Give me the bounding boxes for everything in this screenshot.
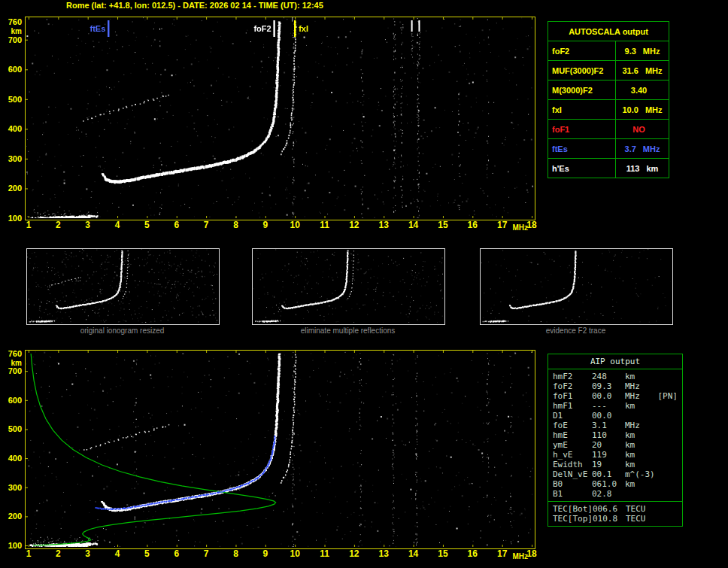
aip-param-unit: km: [625, 450, 678, 460]
aip-param-unit: [625, 411, 678, 421]
aip-row: B0061.0km: [553, 479, 679, 489]
aip-param-value: 20: [592, 440, 625, 450]
aip-param-value: 006.6: [593, 504, 626, 514]
param-value: 113: [626, 164, 640, 173]
x-axis-tick-label: 17: [497, 549, 507, 558]
x-axis-unit-label: MHz: [512, 552, 528, 561]
thumbnail-caption-1: original ionogram resized: [26, 327, 219, 335]
x-axis-tick-label: 1: [26, 549, 32, 558]
aip-param-label: foF1: [553, 391, 592, 401]
aip-param-note: [678, 440, 679, 450]
param-unit: MHz: [645, 66, 663, 75]
table-row: MUF(3000)F231.6MHz: [548, 61, 669, 80]
param-value-cell: 113km: [616, 159, 669, 178]
x-axis-tick-label: 6: [174, 549, 179, 558]
aip-param-value: 02.8: [592, 489, 625, 499]
y-axis-tick-label: 500: [2, 424, 22, 433]
aip-param-label: TEC[Bot]: [553, 504, 593, 514]
y-axis-tick-label: 200: [2, 184, 22, 193]
aip-param-unit: km: [625, 440, 678, 450]
aip-param-value: 19: [592, 460, 625, 469]
table-row: fxI10.0MHz: [548, 100, 669, 120]
autoscala-table-title: AUTOSCALA output: [548, 22, 669, 41]
aip-param-label: hmF1: [553, 401, 592, 411]
y-axis-tick-label: 200: [2, 512, 22, 521]
x-axis-tick-label: 14: [408, 549, 418, 558]
param-value-cell: NO: [616, 120, 669, 139]
x-axis-tick-label: 6: [174, 220, 179, 229]
aip-param-unit: km: [625, 372, 678, 381]
aip-param-note: [678, 450, 679, 460]
aip-row: ymE20km: [553, 440, 679, 450]
aip-param-value: 00.0: [592, 391, 625, 401]
param-label-cell: foF2: [548, 41, 616, 61]
param-value: 3.7: [625, 144, 636, 153]
thumbnail-2: [252, 248, 445, 325]
y-axis-tick-label: 100: [2, 214, 22, 223]
aip-param-note: [678, 430, 679, 440]
y-axis-tick-label: 760: [2, 17, 22, 26]
aip-param-label: hmE: [553, 430, 592, 440]
thumbnail-1: [26, 248, 220, 325]
aip-param-unit: MHz: [625, 421, 678, 430]
aip-param-note: [PN]: [658, 391, 680, 401]
aip-output-table: AIP outputhmF2248kmfoF209.3MHzfoF100.0MH…: [548, 354, 683, 527]
aip-param-unit: MHz: [625, 391, 658, 401]
y-axis-unit-label: km: [2, 27, 22, 36]
aip-row: foE3.1MHz: [553, 421, 679, 430]
thumbnail-canvas-3: [481, 249, 671, 323]
param-value: 31.6: [622, 66, 638, 75]
aip-param-label: D1: [553, 411, 592, 421]
thumbnail-caption-3: evidence F2 trace: [479, 327, 672, 335]
aip-param-note: [678, 460, 679, 469]
autoscala-table-grid: AUTOSCALA outputfoF29.3MHzMUF(3000)F231.…: [548, 21, 669, 178]
table-row: h'Es113km: [548, 159, 669, 178]
y-axis-tick-label: 600: [2, 396, 22, 405]
table-header-row: AUTOSCALA output: [548, 22, 669, 41]
aip-param-value: 119: [592, 450, 625, 460]
x-axis-tick-label: 11: [320, 549, 329, 558]
aip-row: foF100.0MHz[PN]: [553, 391, 679, 401]
param-unit: MHz: [645, 105, 663, 114]
x-axis-tick-label: 2: [56, 549, 61, 558]
aip-row: hmF1---km: [553, 401, 679, 411]
x-axis-tick-label: 5: [144, 549, 150, 558]
thumbnail-3: [480, 248, 673, 325]
aip-row: B102.8: [553, 489, 679, 499]
aip-param-label: Ewidth: [553, 460, 592, 469]
aip-param-note: [678, 479, 679, 489]
table-row: M(3000)F23.40: [548, 80, 669, 100]
aip-row: foF209.3MHz: [553, 381, 679, 391]
x-axis-tick-label: 4: [115, 549, 120, 558]
param-value: NO: [632, 125, 645, 134]
x-axis-tick-label: 13: [379, 549, 389, 558]
ionogram-canvas: [26, 17, 533, 218]
x-axis-tick-label: 10: [290, 220, 299, 229]
aip-param-value: 010.8: [593, 514, 626, 524]
aip-param-value: ---: [592, 401, 625, 411]
thumbnail-canvas-1: [27, 249, 217, 323]
aip-param-unit: TECU: [626, 514, 679, 524]
aip-param-unit: m^(-3): [625, 469, 678, 479]
table-row: foF1NO: [548, 120, 669, 139]
aip-param-note: [678, 381, 679, 391]
aip-param-unit: TECU: [626, 504, 679, 514]
aip-param-label: h_vE: [553, 450, 592, 460]
y-axis-tick-label: 700: [2, 35, 22, 44]
table-row: ftEs3.7MHz: [548, 139, 669, 159]
aip-param-unit: km: [625, 430, 678, 440]
aip-tec-section: TEC[Bot]006.6TECUTEC[Top]010.8TECU: [548, 501, 682, 524]
param-value: 3.40: [631, 86, 647, 95]
y-axis-tick-label: 300: [2, 483, 22, 492]
aip-param-label: ymE: [553, 440, 592, 450]
aip-param-label: TEC[Top]: [553, 514, 593, 524]
x-axis-tick-label: 12: [349, 549, 359, 558]
profile-plot: [25, 350, 535, 549]
autoscala-window: Rome (lat: +41.8, lon: 012.5) - DATE: 20…: [0, 0, 728, 568]
param-value-cell: 3.40: [616, 80, 669, 100]
aip-param-value: 061.0: [592, 479, 625, 489]
param-label-cell: ftEs: [548, 139, 616, 159]
x-axis-tick-label: 16: [468, 549, 478, 558]
x-axis-tick-label: 5: [144, 220, 150, 229]
x-axis-tick-label: 8: [233, 549, 238, 558]
